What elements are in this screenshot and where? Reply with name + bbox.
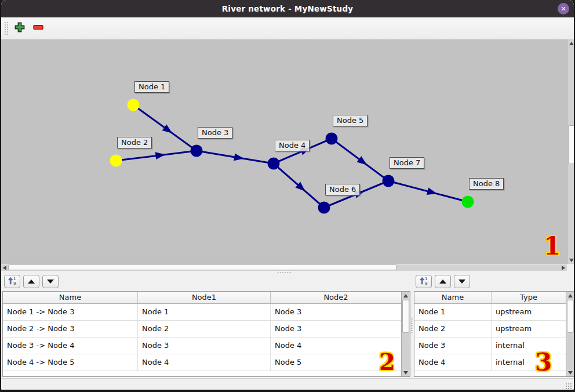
scroll-down-button[interactable]	[566, 369, 574, 376]
table-vertical-scrollbar[interactable]	[401, 292, 410, 376]
scrollbar-thumb[interactable]	[402, 300, 409, 333]
table-row[interactable]: Node 1 upstream	[414, 304, 566, 321]
network-node[interactable]	[268, 158, 280, 170]
table-row[interactable]: Node 3 -> Node 4 Node 3 Node 4	[3, 337, 401, 354]
scroll-down-button[interactable]	[567, 256, 575, 264]
arrow-up-icon	[28, 280, 35, 284]
cell-name[interactable]: Node 3	[414, 337, 492, 354]
node-label: Node 6	[325, 184, 360, 195]
nodes-sort-button[interactable]: 19	[416, 275, 432, 288]
network-node[interactable]	[110, 155, 122, 167]
nodes-move-down-button[interactable]	[454, 275, 470, 288]
cell-name[interactable]: Node 4	[414, 354, 492, 371]
arrow-up-icon	[403, 294, 408, 297]
remove-node-button[interactable]	[31, 21, 45, 35]
node-label: Node 8	[469, 178, 504, 190]
edge-arrow-icon	[162, 125, 173, 133]
plus-icon	[14, 21, 26, 35]
arrow-down-icon	[569, 259, 574, 262]
cell-node1[interactable]: Node 1	[138, 304, 271, 320]
minus-icon	[32, 21, 44, 35]
column-header-node2[interactable]: Node2	[271, 292, 401, 303]
edge-arrow-icon	[155, 152, 166, 159]
sort-ascending-icon: 19	[419, 276, 428, 288]
cell-node1[interactable]: Node 2	[138, 321, 271, 337]
splitter-handle-icon	[411, 318, 413, 333]
scroll-up-button[interactable]	[402, 292, 410, 299]
column-header-type[interactable]: Type	[492, 292, 566, 303]
annotation-marker-2: 2	[379, 350, 395, 373]
scrollbar-thumb[interactable]	[567, 300, 574, 333]
arrow-up-icon	[568, 294, 573, 297]
cell-type[interactable]: upstream	[492, 304, 566, 320]
network-node[interactable]	[128, 99, 140, 111]
horizontal-splitter[interactable]	[1, 271, 574, 274]
scroll-up-button[interactable]	[566, 292, 574, 299]
arrow-down-icon	[568, 371, 573, 375]
table-header-row: Name Node1 Node2	[3, 292, 401, 304]
table-row[interactable]: Node 2 upstream	[414, 321, 566, 337]
cell-node1[interactable]: Node 3	[138, 337, 271, 354]
scroll-right-button[interactable]	[560, 264, 567, 271]
column-header-name[interactable]: Name	[3, 292, 138, 303]
arrow-left-icon	[3, 266, 6, 270]
connections-sort-button[interactable]: 19	[4, 275, 20, 288]
network-node[interactable]	[326, 133, 338, 145]
cell-name[interactable]: Node 1	[414, 304, 492, 320]
close-button[interactable]: ✕	[558, 3, 569, 14]
annotation-marker-1: 1	[544, 234, 561, 259]
svg-text:9: 9	[425, 281, 427, 285]
connections-move-up-button[interactable]	[23, 275, 39, 288]
toolbar-drag-handle[interactable]	[5, 22, 8, 35]
svg-text:9: 9	[13, 281, 16, 285]
add-node-button[interactable]	[13, 21, 27, 35]
connections-move-down-button[interactable]	[42, 275, 59, 288]
empty-row	[3, 371, 401, 376]
node-label: Node 2	[117, 137, 152, 148]
network-node[interactable]	[462, 196, 474, 208]
cell-name[interactable]: Node 2	[414, 321, 492, 337]
cell-node2[interactable]: Node 3	[271, 304, 401, 320]
resize-grip-icon[interactable]	[565, 383, 572, 390]
scroll-down-button[interactable]	[402, 369, 410, 376]
cell-name[interactable]: Node 2 -> Node 3	[3, 321, 138, 337]
connections-table: Name Node1 Node2 Node 1 -> Node 3 Node 1…	[2, 291, 410, 377]
scroll-left-button[interactable]	[1, 264, 8, 271]
scroll-up-button[interactable]	[567, 39, 575, 47]
column-header-node1[interactable]: Node1	[138, 292, 271, 303]
sort-ascending-icon: 19	[8, 276, 17, 288]
arrow-right-icon	[562, 266, 565, 270]
table-row[interactable]: Node 1 -> Node 3 Node 1 Node 3	[3, 304, 401, 321]
canvas-vertical-scrollbar[interactable]	[567, 39, 575, 264]
cell-type[interactable]: internal	[492, 337, 566, 354]
network-canvas[interactable]: Node 1Node 2Node 3Node 4Node 5Node 6Node…	[1, 39, 567, 264]
table-vertical-scrollbar[interactable]	[566, 292, 574, 376]
cell-name[interactable]: Node 3 -> Node 4	[3, 337, 138, 354]
arrow-down-icon	[458, 280, 465, 284]
arrow-up-icon	[439, 280, 446, 284]
table-row[interactable]: Node 2 -> Node 3 Node 2 Node 3	[3, 321, 401, 337]
cell-node1[interactable]: Node 4	[138, 354, 271, 371]
splitter-handle-icon	[277, 271, 292, 273]
titlebar[interactable]: River network - MyNewStudy ✕	[1, 0, 574, 17]
cell-name[interactable]: Node 4 -> Node 5	[3, 354, 138, 371]
cell-name[interactable]: Node 1 -> Node 3	[3, 304, 138, 320]
cell-type[interactable]: upstream	[492, 321, 566, 337]
status-bar	[1, 378, 574, 391]
main-toolbar	[1, 17, 574, 39]
network-node[interactable]	[318, 202, 330, 214]
canvas-horizontal-scrollbar[interactable]	[1, 264, 567, 271]
scrollbar-thumb[interactable]	[8, 264, 396, 270]
network-node[interactable]	[383, 175, 395, 187]
cell-node2[interactable]: Node 3	[271, 321, 401, 337]
table-row[interactable]: Node 4 -> Node 5 Node 4 Node 5	[3, 354, 401, 371]
edge-arrow-icon	[427, 188, 437, 195]
arrow-up-icon	[569, 42, 574, 45]
scrollbar-thumb[interactable]	[568, 125, 574, 164]
column-header-name[interactable]: Name	[414, 292, 492, 303]
network-node[interactable]	[191, 145, 203, 157]
svg-text:1: 1	[425, 276, 427, 281]
close-icon: ✕	[561, 6, 566, 12]
nodes-move-up-button[interactable]	[435, 275, 451, 288]
cell-type[interactable]: internal	[492, 354, 566, 371]
